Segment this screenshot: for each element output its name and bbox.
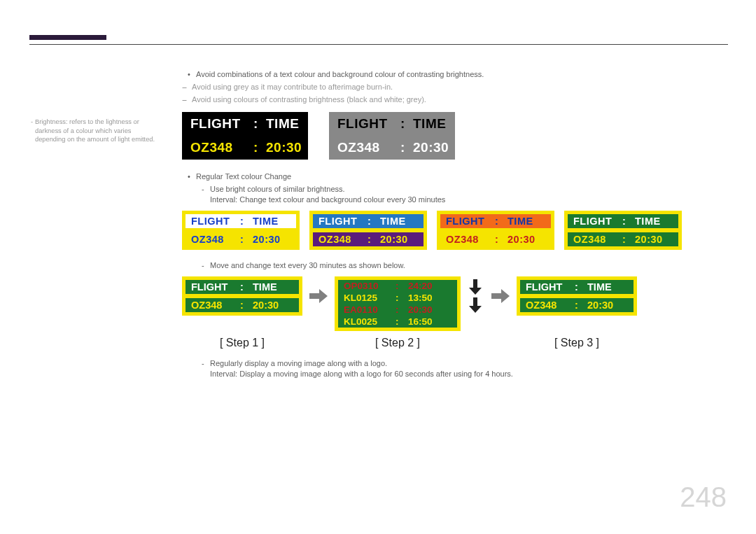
step-3-display: FLIGHT:TIME OZ348:20:30 [517,276,637,316]
step-1-display: FLIGHT:TIME OZ348:20:30 [182,276,302,316]
display-colour-3: FLIGHT:TIME OZ348:20:30 [437,211,554,250]
header-rule [29,44,728,45]
svg-marker-1 [469,279,482,295]
step-3-label: [ Step 3 ] [517,337,637,349]
dash-avoid-contrast: Avoid using colours of contrasting brigh… [182,95,728,104]
arrow-right-icon [490,276,511,316]
page-number: 248 [680,482,727,513]
header-accent-bar [29,35,106,40]
sidenote-brightness: Brightness: refers to the lightness or d… [35,118,158,144]
step-1-label: [ Step 1 ] [182,337,302,349]
example-displays-4colour: FLIGHT:TIME OZ348:20:30 FLIGHT:TIME OZ34… [182,211,728,250]
display-colour-4: FLIGHT:TIME OZ348:20:30 [564,211,682,250]
step2-row: KL0125:13:50 [338,292,457,304]
bullet-avoid-combinations: Avoid combinations of a text colour and … [182,70,728,78]
example-displays-contrast: FLIGHT:TIME OZ348:20:30 FLIGHT:TIME OZ34… [182,112,728,160]
subplain-interval-30: Interval: Change text colour and backgro… [182,195,728,204]
svg-marker-2 [469,297,482,313]
steps-row: FLIGHT:TIME OZ348:20:30 OP0310:24:20KL01… [182,276,728,331]
step2-row: KL0025:16:50 [338,316,457,328]
subdash-bright-colours: Use bright colours of similar brightness… [182,185,728,193]
step2-row: EA0110:20:30 [338,304,457,316]
svg-marker-3 [491,289,510,303]
bullet-regular-change: Regular Text colour Change [182,172,728,181]
time-label: TIME [266,116,300,132]
down-arrows-icon [466,276,484,316]
step-labels: [ Step 1 ] [ Step 2 ] [ Step 3 ] [182,337,728,349]
step-2-display: OP0310:24:20KL0125:13:50EA0110:20:30KL00… [335,276,461,331]
display-grey: FLIGHT:TIME OZ348:20:30 [329,112,455,160]
display-colour-1: FLIGHT:TIME OZ348:20:30 [182,211,300,250]
subplain-interval-4h: Interval: Display a moving image along w… [182,370,728,378]
display-black: FLIGHT:TIME OZ348:20:30 [182,112,308,160]
time-value: 20:30 [266,140,302,155]
step2-row: OP0310:24:20 [338,280,457,292]
display-colour-2: FLIGHT:TIME OZ348:20:30 [309,211,427,250]
subdash-moving-image: Regularly display a moving image along w… [182,359,728,367]
flight-value: OZ348 [190,140,253,155]
main-content: Avoid combinations of a text colour and … [182,70,728,380]
dash-avoid-grey: Avoid using grey as it may contribute to… [182,83,728,91]
subdash-move-text: Move and change text every 30 minutes as… [182,261,728,269]
svg-marker-0 [309,289,328,303]
step-2-label: [ Step 2 ] [335,337,461,349]
flight-label: FLIGHT [190,116,253,132]
arrow-right-icon [308,276,329,316]
